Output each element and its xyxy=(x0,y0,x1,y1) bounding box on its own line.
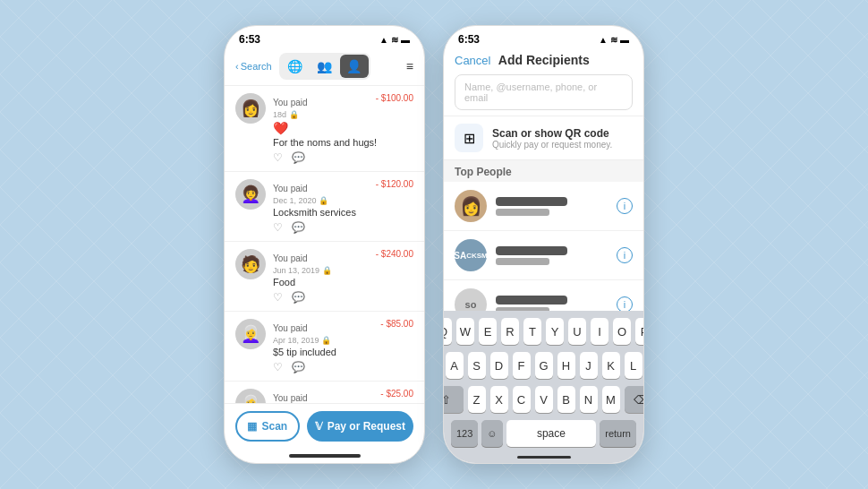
paid-label: You paid xyxy=(273,393,308,403)
time-2: 6:53 xyxy=(458,33,480,46)
key-v[interactable]: V xyxy=(535,386,553,413)
key-t[interactable]: T xyxy=(523,318,541,345)
key-123[interactable]: 123 xyxy=(451,420,478,447)
comment-icon[interactable]: 💬 xyxy=(292,221,305,234)
feed-item: 👩 You paid 18d 🔒 - $100.00 ❤️ For the no… xyxy=(225,86,424,172)
feed-user: You paid Dec 1, 2020 🔒 xyxy=(273,179,328,205)
comment-icon[interactable]: 💬 xyxy=(292,151,305,164)
key-d[interactable]: D xyxy=(490,352,508,379)
like-icon[interactable]: ♡ xyxy=(273,151,283,164)
key-w[interactable]: W xyxy=(456,318,474,345)
phone2-header: Cancel Add Recipients Name, @username, p… xyxy=(444,49,643,116)
key-c[interactable]: C xyxy=(513,386,531,413)
key-u[interactable]: U xyxy=(568,318,586,345)
feed-amount: - $100.00 xyxy=(376,93,413,103)
feed-amount: - $120.00 xyxy=(376,179,413,189)
info-icon[interactable]: i xyxy=(617,296,633,311)
info-icon[interactable]: i xyxy=(617,247,633,263)
key-k[interactable]: K xyxy=(602,352,620,379)
key-i[interactable]: I xyxy=(591,318,608,345)
key-s[interactable]: S xyxy=(468,352,486,379)
avatar: 👩 xyxy=(235,93,266,124)
feed-content: You paid 18d 🔒 - $100.00 ❤️ For the noms… xyxy=(273,93,413,164)
scan-button[interactable]: ▦ Scan xyxy=(235,411,300,442)
key-b[interactable]: B xyxy=(557,386,575,413)
key-r[interactable]: R xyxy=(501,318,519,345)
key-emoji[interactable]: ☺ xyxy=(481,420,502,447)
avatar: 👩‍🦳 xyxy=(235,319,266,349)
key-g[interactable]: G xyxy=(535,352,553,379)
feed-top: You paid Dec 1, 2020 🔒 - $120.00 xyxy=(273,179,413,205)
key-shift[interactable]: ⇧ xyxy=(443,386,464,413)
feed: 👩 You paid 18d 🔒 - $100.00 ❤️ For the no… xyxy=(225,86,424,403)
feed-content: You paid Apr 17, 2019 🔒 - $25.00 For the… xyxy=(273,389,413,403)
key-y[interactable]: Y xyxy=(546,318,564,345)
tab-friends[interactable]: 👥 xyxy=(311,55,339,78)
key-q[interactable]: Q xyxy=(443,318,452,345)
feed-top: You paid Apr 18, 2019 🔒 - $85.00 xyxy=(273,319,413,345)
key-j[interactable]: J xyxy=(580,352,598,379)
feed-actions: ♡ 💬 xyxy=(273,361,413,373)
person-info xyxy=(496,296,608,312)
cancel-button[interactable]: Cancel xyxy=(455,54,490,67)
key-a[interactable]: A xyxy=(446,352,464,379)
home-bar xyxy=(289,454,361,458)
like-icon[interactable]: ♡ xyxy=(273,291,283,304)
info-icon[interactable]: i xyxy=(617,198,633,214)
hamburger-menu[interactable]: ≡ xyxy=(406,59,413,73)
qr-section[interactable]: ⊞ Scan or show QR code Quickly pay or re… xyxy=(444,116,643,160)
feed-date: Dec 1, 2020 🔒 xyxy=(273,196,328,205)
person-item[interactable]: 👩 i xyxy=(444,182,643,231)
key-return[interactable]: return xyxy=(600,420,636,447)
keyboard-row-3: ⇧ Z X C V B N M ⌫ xyxy=(447,386,640,413)
key-n[interactable]: N xyxy=(580,386,598,413)
person-item[interactable]: SACKSM i xyxy=(444,231,643,280)
back-search-button[interactable]: ‹ Search xyxy=(235,61,272,72)
feed-desc: Food xyxy=(273,277,413,287)
feed-desc: For the noms and hugs! xyxy=(273,137,413,148)
paid-label: You paid xyxy=(273,184,308,193)
page-title: Add Recipients xyxy=(498,53,590,67)
feed-desc: $5 tip included xyxy=(273,347,413,357)
key-e[interactable]: E xyxy=(479,318,497,345)
feed-amount: - $240.00 xyxy=(376,249,413,259)
status-icons-2: ▲ ≋ ▬ xyxy=(599,35,629,45)
qr-subtitle: Quickly pay or request money. xyxy=(492,140,612,150)
person-avatar: 👩 xyxy=(455,190,487,222)
feed-content: You paid Apr 18, 2019 🔒 - $85.00 $5 tip … xyxy=(273,319,413,373)
key-space[interactable]: space xyxy=(506,420,597,447)
avatar: 👩‍🦱 xyxy=(235,179,266,210)
person-name-blurred xyxy=(496,296,567,305)
comment-icon[interactable]: 💬 xyxy=(292,361,305,373)
pay-request-button[interactable]: 𝕍 Pay or Request xyxy=(307,411,413,442)
tab-me[interactable]: 👤 xyxy=(340,55,369,78)
tab-globe[interactable]: 🌐 xyxy=(281,55,310,78)
key-x[interactable]: X xyxy=(490,386,508,413)
person-item[interactable]: so i xyxy=(444,280,643,311)
phone1-footer: ▦ Scan 𝕍 Pay or Request xyxy=(225,403,424,449)
key-m[interactable]: M xyxy=(602,386,620,413)
feed-user: You paid 18d 🔒 xyxy=(273,93,308,119)
qr-scan-icon: ▦ xyxy=(247,420,257,433)
key-l[interactable]: L xyxy=(625,352,642,379)
phones-container: 6:53 ▲ ≋ ▬ ‹ Search 🌐 👥 👤 ≡ xyxy=(224,25,644,464)
key-h[interactable]: H xyxy=(557,352,575,379)
key-z[interactable]: Z xyxy=(468,386,486,413)
key-p[interactable]: P xyxy=(635,318,644,345)
like-icon[interactable]: ♡ xyxy=(273,221,283,234)
feed-actions: ♡ 💬 xyxy=(273,151,413,164)
person-name-blurred xyxy=(496,246,567,255)
chevron-left-icon: ‹ xyxy=(235,61,239,72)
key-f[interactable]: F xyxy=(513,352,531,379)
top-people-header: Top People xyxy=(444,160,643,182)
feed-user: You paid Apr 17, 2019 🔒 xyxy=(273,389,331,403)
comment-icon[interactable]: 💬 xyxy=(292,291,305,304)
search-input-container[interactable]: Name, @username, phone, or email xyxy=(455,74,633,110)
key-delete[interactable]: ⌫ xyxy=(625,386,645,413)
key-o[interactable]: O xyxy=(613,318,631,345)
status-bar-2: 6:53 ▲ ≋ ▬ xyxy=(444,26,643,49)
like-icon[interactable]: ♡ xyxy=(273,361,283,373)
feed-user: You paid Apr 18, 2019 🔒 xyxy=(273,319,331,345)
home-bar-2 xyxy=(517,456,571,459)
paid-label: You paid xyxy=(273,253,308,263)
